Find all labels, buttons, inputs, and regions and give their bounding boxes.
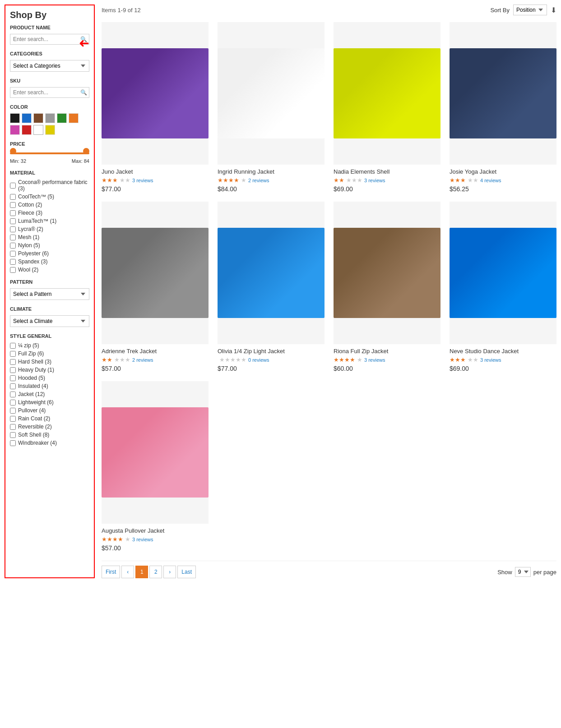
product-card: Josie Yoga Jacket ★★★★★ 4 reviews $56.25 [450, 22, 556, 193]
material-label: MATERIAL [10, 170, 89, 175]
material-item-wool[interactable]: Wool (2) [10, 267, 89, 273]
sort-by-label: Sort By [490, 7, 510, 14]
reviews-link[interactable]: 3 reviews [364, 357, 385, 363]
pagination-last[interactable]: Last [177, 566, 196, 578]
color-swatch-black[interactable] [10, 113, 20, 123]
pagination-wrap: First ‹ 1 2 › Last Show 9 per page [102, 561, 556, 578]
product-image[interactable] [102, 22, 209, 165]
style-item-windbreaker[interactable]: Windbreaker (4) [10, 440, 89, 446]
style-item-hard-shell[interactable]: Hard Shell (3) [10, 359, 89, 365]
stars-filled: ★★★★ [334, 356, 355, 363]
climate-select[interactable]: Select a Climate [10, 315, 89, 327]
product-name[interactable]: Riona Full Zip Jacket [334, 348, 440, 355]
pagination-prev[interactable]: ‹ [121, 566, 134, 578]
product-grid: ➜ Juno Jacket ★★★★★ 3 reviews $77.00 Ing… [102, 22, 556, 552]
color-swatch-blue[interactable] [22, 113, 32, 123]
material-item-cooltech™[interactable]: CoolTech™ (5) [10, 194, 89, 200]
color-swatch-brown[interactable] [33, 113, 43, 123]
product-image[interactable] [450, 22, 556, 165]
style-item-soft-shell[interactable]: Soft Shell (8) [10, 432, 89, 438]
pagination-page-1[interactable]: 1 [135, 566, 148, 578]
product-card: Ingrid Running Jacket ★★★★★ 2 reviews $8… [218, 22, 325, 193]
product-price: $69.00 [450, 365, 556, 372]
color-swatch-white[interactable] [33, 125, 43, 135]
style-item-reversible[interactable]: Reversible (2) [10, 424, 89, 430]
reviews-link[interactable]: 3 reviews [364, 178, 385, 183]
product-name[interactable]: Adrienne Trek Jacket [102, 348, 209, 355]
shop-by-title: Shop By [10, 10, 89, 20]
style-item-jacket[interactable]: Jacket (12) [10, 391, 89, 397]
material-item-nylon[interactable]: Nylon (5) [10, 242, 89, 249]
sort-select[interactable]: Position [513, 5, 547, 15]
material-item-polyester[interactable]: Polyester (6) [10, 250, 89, 257]
color-swatch-red[interactable] [22, 125, 32, 135]
style-item-heavy-duty[interactable]: Heavy Duty (1) [10, 367, 89, 373]
per-page-select[interactable]: 9 [515, 567, 531, 577]
per-page-wrap: Show 9 per page [497, 567, 556, 577]
product-image[interactable] [334, 22, 440, 165]
product-name[interactable]: Nadia Elements Shell [334, 168, 440, 175]
reviews-link[interactable]: 3 reviews [132, 178, 153, 183]
style-item-insulated[interactable]: Insulated (4) [10, 383, 89, 389]
price-max-label: Max: 84 [72, 158, 89, 164]
stars-empty: ★★ [468, 356, 478, 363]
color-swatch-green[interactable] [57, 113, 67, 123]
sku-input[interactable] [10, 87, 89, 98]
product-name[interactable]: Neve Studio Dance Jacket [450, 348, 556, 355]
product-price: $77.00 [218, 365, 325, 372]
product-name[interactable]: Augusta Pullover Jacket [102, 527, 209, 534]
material-item-spandex[interactable]: Spandex (3) [10, 258, 89, 265]
product-name[interactable]: Olivia 1/4 Zip Light Jacket [218, 348, 325, 355]
material-item-mesh[interactable]: Mesh (1) [10, 234, 89, 240]
reviews-link[interactable]: 3 reviews [480, 357, 501, 363]
material-item-lycra®[interactable]: Lycra® (2) [10, 226, 89, 232]
product-name-input[interactable] [10, 34, 89, 45]
product-name[interactable]: Ingrid Running Jacket [218, 168, 325, 175]
color-swatch-gray[interactable] [45, 113, 55, 123]
product-image[interactable] [102, 202, 209, 344]
pattern-filter: PATTERN Select a Pattern [10, 279, 89, 300]
style-item-lightweight[interactable]: Lightweight (6) [10, 399, 89, 405]
product-name-filter: PRODUCT NAME 🔍 [10, 25, 89, 45]
product-price: $57.00 [102, 365, 209, 372]
price-max-thumb[interactable] [83, 148, 89, 154]
style-item-full-zip[interactable]: Full Zip (6) [10, 350, 89, 357]
product-image[interactable] [450, 202, 556, 344]
pagination-first[interactable]: First [102, 566, 120, 578]
product-card: Riona Full Zip Jacket ★★★★★ 3 reviews $6… [334, 202, 440, 372]
reviews-link[interactable]: 2 reviews [132, 357, 153, 363]
material-item-cotton[interactable]: Cotton (2) [10, 202, 89, 208]
style-item-rain-coat[interactable]: Rain Coat (2) [10, 415, 89, 422]
style-item-¼-zip[interactable]: ¼ zip (5) [10, 342, 89, 349]
pagination-next[interactable]: › [163, 566, 176, 578]
sort-direction-icon[interactable]: ⬇ [551, 6, 556, 14]
product-image[interactable] [102, 381, 209, 524]
reviews-link[interactable]: 3 reviews [132, 537, 153, 542]
product-name[interactable]: Juno Jacket [102, 168, 209, 175]
color-swatch-orange[interactable] [69, 113, 79, 123]
product-stars: ★★★★★ 4 reviews [450, 177, 556, 184]
price-min-thumb[interactable] [10, 148, 16, 154]
color-swatch-pink[interactable] [10, 125, 20, 135]
material-item-lumatech™[interactable]: LumaTech™ (1) [10, 218, 89, 224]
product-image[interactable] [218, 22, 325, 165]
reviews-link[interactable]: 0 reviews [248, 357, 269, 363]
show-label: Show [497, 569, 512, 576]
pattern-select[interactable]: Select a Pattern [10, 288, 89, 300]
product-price: $77.00 [102, 185, 209, 193]
reviews-link[interactable]: 2 reviews [248, 178, 269, 183]
product-card: Olivia 1/4 Zip Light Jacket ★★★★★ 0 revi… [218, 202, 325, 372]
product-image[interactable] [334, 202, 440, 344]
product-name[interactable]: Josie Yoga Jacket [450, 168, 556, 175]
color-swatch-yellow[interactable] [45, 125, 55, 135]
style-item-pullover[interactable]: Pullover (4) [10, 407, 89, 414]
pagination-page-2[interactable]: 2 [149, 566, 162, 578]
style-item-hooded[interactable]: Hooded (5) [10, 375, 89, 381]
categories-select[interactable]: Select a Categories [10, 60, 89, 72]
material-item-cocona®-performance-fabric[interactable]: Cocona® performance fabric (3) [10, 179, 89, 192]
material-item-fleece[interactable]: Fleece (3) [10, 210, 89, 216]
product-image[interactable] [218, 202, 325, 344]
stars-filled: ★★★★ [218, 177, 239, 184]
stars-empty: ★★ [468, 177, 478, 184]
reviews-link[interactable]: 4 reviews [480, 178, 501, 183]
